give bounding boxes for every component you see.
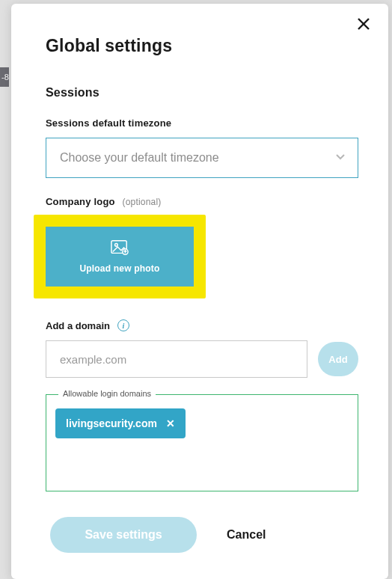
remove-chip-icon[interactable]: ✕ xyxy=(166,417,175,429)
bg-fragment: -8 xyxy=(0,67,9,87)
add-domain-button[interactable]: Add xyxy=(318,342,358,376)
modal-title: Global settings xyxy=(46,36,358,56)
timezone-select[interactable]: Choose your default timezone xyxy=(46,138,358,178)
domain-chip: livingsecurity.com ✕ xyxy=(55,408,186,438)
domain-chip-label: livingsecurity.com xyxy=(66,417,157,429)
timezone-label: Sessions default timezone xyxy=(46,117,358,129)
chevron-down-icon xyxy=(335,151,346,165)
cancel-button[interactable]: Cancel xyxy=(227,528,266,542)
fieldset-legend: Allowable login domains xyxy=(58,389,156,398)
svg-point-3 xyxy=(115,243,118,246)
upload-photo-label: Upload new photo xyxy=(79,263,159,274)
close-icon xyxy=(357,17,370,31)
domain-input[interactable] xyxy=(46,340,307,378)
upload-highlight: Upload new photo xyxy=(34,215,206,298)
save-settings-button[interactable]: Save settings xyxy=(50,517,197,553)
optional-hint: (optional) xyxy=(123,197,162,207)
global-settings-modal: Global settings Sessions Sessions defaul… xyxy=(11,4,388,579)
sessions-heading: Sessions xyxy=(46,86,358,99)
company-logo-label: Company logo (optional) xyxy=(46,196,358,207)
timezone-select-placeholder: Choose your default timezone xyxy=(60,151,219,165)
allowable-domains-fieldset: Allowable login domains livingsecurity.c… xyxy=(46,394,358,491)
image-upload-icon xyxy=(111,239,129,256)
add-domain-label: Add a domain i xyxy=(46,319,358,331)
info-icon[interactable]: i xyxy=(117,319,129,331)
close-button[interactable] xyxy=(357,17,373,34)
upload-photo-button[interactable]: Upload new photo xyxy=(46,227,194,287)
